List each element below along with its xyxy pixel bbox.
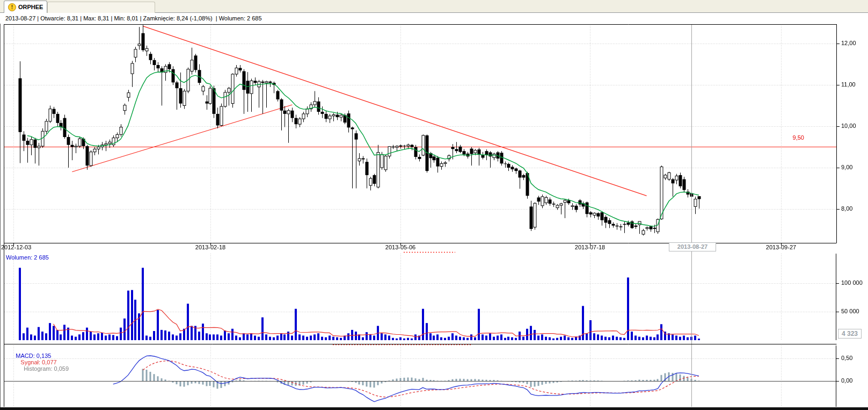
macd-signal-label: Sygnał: 0,077 (20, 359, 56, 365)
date-tick-label: 2013-02-18 (186, 244, 235, 250)
quote-info-text: 2013-08-27 | Otwarcie: 8,31 | Max: 8,31 … (5, 15, 262, 21)
volume-legend: Wolumen: 2 685 (6, 254, 49, 261)
warning-icon: ! (8, 3, 16, 11)
volume-axis-label: 50 000 (841, 308, 859, 314)
date-tick-label: 2012-12-03 (1, 244, 49, 250)
macd-histogram-label: Histogram: 0,059 (24, 365, 69, 372)
price-axis-label: 12,00 (841, 40, 856, 46)
tab-ghost[interactable] (47, 2, 155, 13)
price-axis-label: 10,00 (841, 123, 856, 129)
date-tick-label: 2013-05-06 (376, 244, 425, 250)
current-date-box: 2013-08-27 (669, 242, 716, 251)
price-axis-label: 8,00 (841, 205, 852, 212)
chart-canvas[interactable] (0, 0, 868, 410)
tab-bar: ! ORPHEE (0, 0, 868, 13)
price-axis-label: 9,00 (841, 164, 852, 170)
macd-legend: MACD: 0,135 Sygnał: 0,077 Histogram: 0,0… (6, 346, 69, 378)
macd-axis-label: 0,50 (841, 355, 852, 361)
date-tick-label: 2013-07-18 (566, 244, 614, 250)
macd-axis-label: 0,00 (841, 377, 852, 384)
volume-last-value-box: 4 323 (838, 329, 862, 339)
date-tick-label: 2013-09-27 (757, 244, 805, 250)
trading-app-window: ! ORPHEE 2013-08-27 | Otwarcie: 8,31 | M… (0, 0, 868, 410)
tab-orphee[interactable]: ! ORPHEE (4, 1, 47, 13)
price-axis-label: 11,00 (841, 81, 856, 88)
quote-info-bar: 2013-08-27 | Otwarcie: 8,31 | Max: 8,31 … (0, 13, 868, 24)
tab-label: ORPHEE (18, 4, 43, 10)
volume-axis-label: 100 000 (841, 279, 863, 286)
hline-price-label: 9,50 (767, 134, 804, 141)
macd-value-label: MACD: 0,135 (16, 353, 51, 359)
